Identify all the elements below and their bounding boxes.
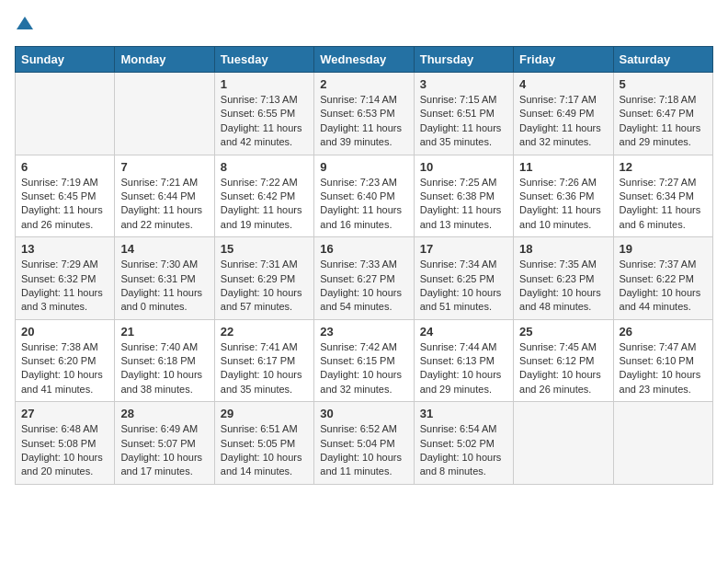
day-number: 5 (620, 77, 707, 91)
calendar-cell: 10Sunrise: 7:25 AMSunset: 6:38 PMDayligh… (414, 155, 513, 237)
cell-text: Sunset: 5:04 PM (320, 437, 407, 451)
cell-text: Sunrise: 7:44 AM (420, 340, 507, 354)
calendar-week-5: 27Sunrise: 6:48 AMSunset: 5:08 PMDayligh… (16, 402, 713, 485)
cell-text: Sunset: 5:08 PM (21, 437, 108, 451)
cell-text: Daylight: 10 hours and 41 minutes. (21, 368, 108, 396)
svg-marker-0 (17, 17, 33, 29)
cell-text: Sunset: 6:22 PM (620, 272, 707, 286)
cell-text: Daylight: 10 hours and 29 minutes. (420, 368, 507, 396)
cell-text: Sunrise: 7:40 AM (120, 340, 208, 354)
calendar-week-1: 1Sunrise: 7:13 AMSunset: 6:55 PMDaylight… (16, 73, 713, 155)
cell-text: Sunrise: 7:45 AM (519, 340, 607, 354)
cell-text: Sunrise: 7:29 AM (21, 258, 108, 271)
calendar-cell (514, 402, 613, 485)
day-number: 9 (320, 160, 407, 174)
cell-text: Daylight: 11 hours and 0 minutes. (120, 286, 208, 315)
cell-text: Sunrise: 7:42 AM (320, 340, 407, 354)
calendar-cell: 20Sunrise: 7:38 AMSunset: 6:20 PMDayligh… (16, 319, 115, 402)
cell-text: Daylight: 10 hours and 8 minutes. (420, 451, 507, 479)
calendar-cell: 5Sunrise: 7:18 AMSunset: 6:47 PMDaylight… (613, 73, 712, 155)
cell-text: Sunset: 6:32 PM (21, 272, 108, 286)
cell-text: Daylight: 10 hours and 51 minutes. (420, 286, 507, 315)
weekday-header-thursday: Thursday (414, 47, 513, 73)
day-number: 31 (420, 407, 507, 420)
cell-text: Daylight: 10 hours and 38 minutes. (120, 368, 208, 396)
calendar-cell (16, 73, 115, 155)
cell-text: Sunset: 6:23 PM (519, 272, 607, 286)
cell-text: Sunset: 6:18 PM (120, 354, 208, 368)
cell-text: Sunrise: 7:13 AM (221, 93, 308, 107)
day-number: 2 (320, 77, 407, 91)
calendar-cell: 9Sunrise: 7:23 AMSunset: 6:40 PMDaylight… (314, 155, 414, 237)
cell-text: Sunset: 6:29 PM (221, 272, 308, 286)
cell-text: Daylight: 10 hours and 54 minutes. (320, 286, 407, 315)
cell-text: Daylight: 10 hours and 17 minutes. (120, 451, 208, 479)
cell-text: Sunset: 5:07 PM (120, 437, 208, 451)
logo-icon (17, 15, 33, 35)
cell-text: Sunrise: 7:25 AM (420, 176, 507, 190)
cell-text: Sunset: 6:44 PM (120, 190, 208, 203)
calendar-cell: 8Sunrise: 7:22 AMSunset: 6:42 PMDaylight… (214, 155, 313, 237)
calendar-cell: 12Sunrise: 7:27 AMSunset: 6:34 PMDayligh… (613, 155, 712, 237)
cell-text: Sunset: 6:42 PM (221, 190, 308, 203)
day-number: 10 (420, 160, 507, 174)
day-number: 25 (519, 325, 607, 339)
cell-text: Sunrise: 7:26 AM (519, 176, 607, 190)
calendar-cell: 16Sunrise: 7:33 AMSunset: 6:27 PMDayligh… (314, 237, 414, 320)
calendar-cell: 17Sunrise: 7:34 AMSunset: 6:25 PMDayligh… (414, 237, 513, 320)
cell-text: Daylight: 10 hours and 32 minutes. (320, 368, 407, 396)
calendar-table: SundayMondayTuesdayWednesdayThursdayFrid… (15, 46, 713, 485)
cell-text: Sunset: 6:10 PM (620, 354, 707, 368)
calendar-cell: 25Sunrise: 7:45 AMSunset: 6:12 PMDayligh… (514, 319, 613, 402)
cell-text: Daylight: 10 hours and 11 minutes. (320, 451, 407, 479)
day-number: 4 (519, 77, 607, 91)
day-number: 15 (221, 242, 308, 256)
cell-text: Sunset: 6:49 PM (519, 107, 607, 121)
cell-text: Sunset: 6:40 PM (320, 190, 407, 203)
day-number: 17 (420, 242, 507, 256)
cell-text: Daylight: 10 hours and 35 minutes. (221, 368, 308, 396)
calendar-cell: 22Sunrise: 7:41 AMSunset: 6:17 PMDayligh… (214, 319, 313, 402)
day-number: 24 (420, 325, 507, 339)
cell-text: Daylight: 11 hours and 39 minutes. (320, 121, 407, 150)
cell-text: Daylight: 10 hours and 26 minutes. (519, 368, 607, 396)
day-number: 18 (519, 242, 607, 256)
calendar-week-3: 13Sunrise: 7:29 AMSunset: 6:32 PMDayligh… (16, 237, 713, 320)
cell-text: Sunrise: 7:19 AM (21, 176, 108, 190)
cell-text: Sunrise: 7:14 AM (320, 93, 407, 107)
day-number: 27 (21, 407, 108, 420)
weekday-header-wednesday: Wednesday (314, 47, 414, 73)
calendar-cell: 14Sunrise: 7:30 AMSunset: 6:31 PMDayligh… (115, 237, 214, 320)
day-number: 6 (21, 160, 108, 174)
calendar-cell: 7Sunrise: 7:21 AMSunset: 6:44 PMDaylight… (115, 155, 214, 237)
calendar-cell: 26Sunrise: 7:47 AMSunset: 6:10 PMDayligh… (613, 319, 712, 402)
cell-text: Sunrise: 6:51 AM (221, 422, 308, 436)
cell-text: Daylight: 11 hours and 13 minutes. (420, 203, 507, 232)
cell-text: Daylight: 11 hours and 6 minutes. (620, 203, 707, 232)
cell-text: Daylight: 11 hours and 16 minutes. (320, 203, 407, 232)
day-number: 26 (620, 325, 707, 339)
weekday-header-friday: Friday (514, 47, 613, 73)
cell-text: Daylight: 10 hours and 14 minutes. (221, 451, 308, 479)
calendar-cell: 28Sunrise: 6:49 AMSunset: 5:07 PMDayligh… (115, 402, 214, 485)
logo (15, 15, 33, 35)
day-number: 20 (21, 325, 108, 339)
calendar-cell: 11Sunrise: 7:26 AMSunset: 6:36 PMDayligh… (514, 155, 613, 237)
calendar-cell: 13Sunrise: 7:29 AMSunset: 6:32 PMDayligh… (16, 237, 115, 320)
cell-text: Sunset: 6:12 PM (519, 354, 607, 368)
cell-text: Sunrise: 7:33 AM (320, 258, 407, 271)
cell-text: Sunset: 6:27 PM (320, 272, 407, 286)
day-number: 29 (221, 407, 308, 420)
day-number: 28 (120, 407, 208, 420)
cell-text: Daylight: 11 hours and 29 minutes. (620, 121, 707, 150)
calendar-cell: 1Sunrise: 7:13 AMSunset: 6:55 PMDaylight… (214, 73, 313, 155)
day-number: 21 (120, 325, 208, 339)
cell-text: Sunrise: 6:54 AM (420, 422, 507, 436)
cell-text: Sunrise: 7:37 AM (620, 258, 707, 271)
day-number: 1 (221, 77, 308, 91)
weekday-header-saturday: Saturday (613, 47, 712, 73)
calendar-cell: 4Sunrise: 7:17 AMSunset: 6:49 PMDaylight… (514, 73, 613, 155)
day-number: 16 (320, 242, 407, 256)
cell-text: Sunrise: 6:49 AM (120, 422, 208, 436)
weekday-header-monday: Monday (115, 47, 214, 73)
